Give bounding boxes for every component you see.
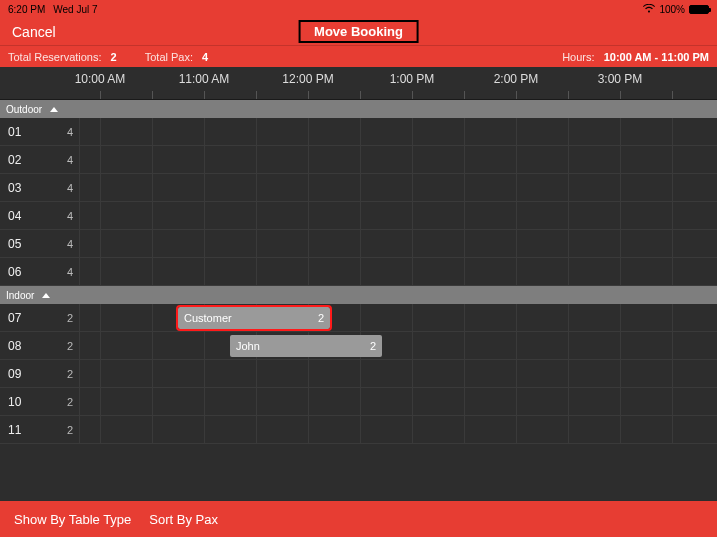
battery-icon xyxy=(689,5,709,14)
table-capacity: 2 xyxy=(67,340,73,352)
table-capacity: 4 xyxy=(67,154,73,166)
section-header[interactable]: Indoor xyxy=(0,286,717,304)
row-grid[interactable] xyxy=(80,360,717,387)
table-id: 08 xyxy=(8,339,21,353)
row-label: 044 xyxy=(0,202,80,229)
row-grid[interactable] xyxy=(80,416,717,443)
row-grid[interactable] xyxy=(80,202,717,229)
status-time: 6:20 PM xyxy=(8,4,45,15)
row-grid[interactable] xyxy=(80,230,717,257)
table-row[interactable]: 064 xyxy=(0,258,717,286)
battery-pct: 100% xyxy=(659,4,685,15)
pax-value: 4 xyxy=(202,51,208,63)
row-label: 034 xyxy=(0,174,80,201)
table-capacity: 4 xyxy=(67,210,73,222)
row-grid[interactable] xyxy=(80,118,717,145)
row-label: 024 xyxy=(0,146,80,173)
pax-label: Total Pax: xyxy=(145,51,193,63)
table-capacity: 4 xyxy=(67,238,73,250)
hour-label: 2:00 PM xyxy=(494,72,539,86)
hour-label: 10:00 AM xyxy=(75,72,126,86)
hours-value: 10:00 AM - 11:00 PM xyxy=(604,51,709,63)
booking-count: 2 xyxy=(370,340,376,352)
row-label: 054 xyxy=(0,230,80,257)
section-name: Outdoor xyxy=(6,104,42,115)
table-id: 04 xyxy=(8,209,21,223)
row-grid[interactable] xyxy=(80,258,717,285)
time-ruler: 10:00 AM11:00 AM12:00 PM1:00 PM2:00 PM3:… xyxy=(0,67,717,100)
table-id: 02 xyxy=(8,153,21,167)
hour-label: 3:00 PM xyxy=(598,72,643,86)
chevron-up-icon xyxy=(50,107,58,112)
show-by-table-type-button[interactable]: Show By Table Type xyxy=(14,512,131,527)
table-id: 09 xyxy=(8,367,21,381)
table-row[interactable]: 014 xyxy=(0,118,717,146)
chevron-up-icon xyxy=(42,293,50,298)
stats-bar: Total Reservations: 2 Total Pax: 4 Hours… xyxy=(0,45,717,67)
timeline: 10:00 AM11:00 AM12:00 PM1:00 PM2:00 PM3:… xyxy=(0,67,717,482)
table-row[interactable]: 034 xyxy=(0,174,717,202)
table-row[interactable]: 082John2 xyxy=(0,332,717,360)
row-label: 102 xyxy=(0,388,80,415)
row-label: 082 xyxy=(0,332,80,359)
table-row[interactable]: 024 xyxy=(0,146,717,174)
booking-block[interactable]: John2 xyxy=(230,335,382,357)
table-id: 07 xyxy=(8,311,21,325)
device-status-bar: 6:20 PM Wed Jul 7 100% xyxy=(0,0,717,18)
row-grid[interactable] xyxy=(80,174,717,201)
row-grid[interactable]: Customer2 xyxy=(80,304,717,331)
table-id: 03 xyxy=(8,181,21,195)
row-label: 112 xyxy=(0,416,80,443)
reservations-value: 2 xyxy=(111,51,117,63)
table-row[interactable]: 054 xyxy=(0,230,717,258)
table-capacity: 2 xyxy=(67,368,73,380)
cancel-button[interactable]: Cancel xyxy=(12,24,56,40)
booking-block[interactable]: Customer2 xyxy=(178,307,330,329)
hours-label: Hours: xyxy=(562,51,594,63)
wifi-icon xyxy=(643,4,655,15)
table-capacity: 2 xyxy=(67,424,73,436)
table-row[interactable]: 044 xyxy=(0,202,717,230)
table-row[interactable]: 102 xyxy=(0,388,717,416)
row-grid[interactable] xyxy=(80,388,717,415)
move-booking-button[interactable]: Move Booking xyxy=(298,20,419,43)
booking-name: Customer xyxy=(184,312,232,324)
row-grid[interactable]: John2 xyxy=(80,332,717,359)
reservations-label: Total Reservations: xyxy=(8,51,102,63)
sort-by-pax-button[interactable]: Sort By Pax xyxy=(149,512,218,527)
table-capacity: 4 xyxy=(67,126,73,138)
table-capacity: 2 xyxy=(67,396,73,408)
table-id: 01 xyxy=(8,125,21,139)
table-id: 06 xyxy=(8,265,21,279)
table-capacity: 4 xyxy=(67,182,73,194)
status-date: Wed Jul 7 xyxy=(53,4,97,15)
table-id: 11 xyxy=(8,423,21,437)
row-label: 064 xyxy=(0,258,80,285)
table-row[interactable]: 072Customer2 xyxy=(0,304,717,332)
bottom-toolbar: Show By Table Type Sort By Pax xyxy=(0,501,717,537)
section-header[interactable]: Outdoor xyxy=(0,100,717,118)
hour-label: 11:00 AM xyxy=(179,72,230,86)
row-grid[interactable] xyxy=(80,146,717,173)
section-name: Indoor xyxy=(6,290,34,301)
table-row[interactable]: 112 xyxy=(0,416,717,444)
hour-label: 12:00 PM xyxy=(282,72,333,86)
title-bar: Cancel Move Booking xyxy=(0,18,717,45)
table-capacity: 2 xyxy=(67,312,73,324)
table-capacity: 4 xyxy=(67,266,73,278)
table-id: 05 xyxy=(8,237,21,251)
row-label: 092 xyxy=(0,360,80,387)
row-label: 072 xyxy=(0,304,80,331)
row-label: 014 xyxy=(0,118,80,145)
table-id: 10 xyxy=(8,395,21,409)
booking-count: 2 xyxy=(318,312,324,324)
booking-name: John xyxy=(236,340,260,352)
table-row[interactable]: 092 xyxy=(0,360,717,388)
hour-label: 1:00 PM xyxy=(390,72,435,86)
